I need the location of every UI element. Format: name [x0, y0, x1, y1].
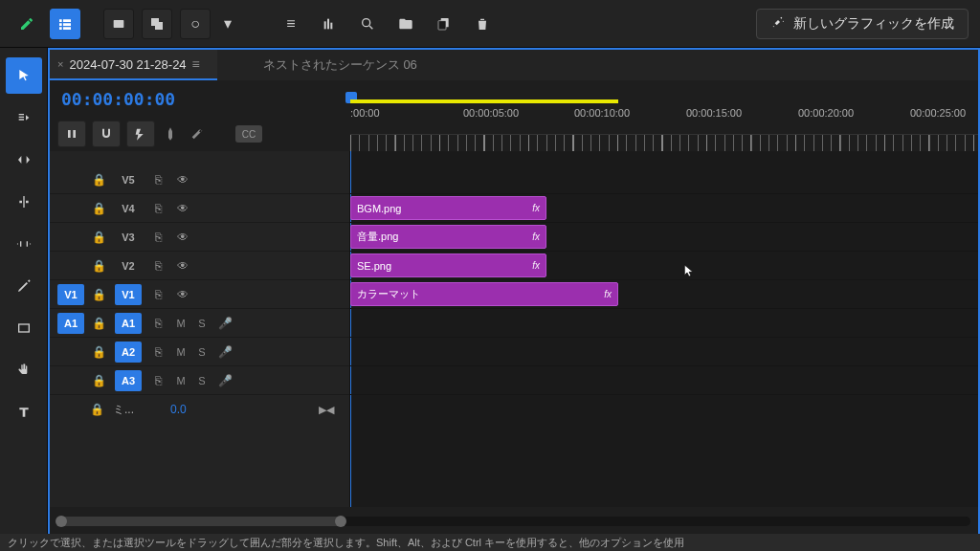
- window-icon[interactable]: [103, 9, 134, 39]
- source-patch[interactable]: A1: [57, 313, 84, 334]
- ruler-label: 00:00:10:00: [574, 107, 630, 119]
- mute-button[interactable]: M: [174, 346, 188, 358]
- audio-track-lane[interactable]: [350, 366, 978, 395]
- lock-icon[interactable]: 🔒: [92, 173, 107, 187]
- razor-tool[interactable]: [6, 184, 42, 220]
- pen-tool[interactable]: [6, 268, 42, 304]
- scroll-thumb[interactable]: [57, 517, 345, 526]
- video-track-lane[interactable]: SE.pngfx: [350, 252, 978, 280]
- lock-icon[interactable]: 🔒: [92, 374, 107, 387]
- eye-icon[interactable]: 👁: [174, 288, 191, 301]
- wrench-icon[interactable]: [186, 124, 205, 143]
- mute-button[interactable]: M: [174, 375, 188, 386]
- lock-icon[interactable]: 🔒: [92, 259, 107, 273]
- track-target[interactable]: V3: [115, 227, 142, 248]
- eye-icon[interactable]: 👁: [174, 202, 191, 215]
- sequence-tab-active[interactable]: × 2024-07-30 21-28-24 ≡: [50, 50, 217, 80]
- tracks-area[interactable]: BGM.pngfx音量.pngfxSE.pngfxカラーマットfx: [350, 151, 978, 507]
- tab-menu-icon[interactable]: ≡: [192, 56, 200, 72]
- search-icon[interactable]: [352, 9, 383, 39]
- close-icon[interactable]: ×: [57, 58, 63, 70]
- lock-icon[interactable]: 🔒: [92, 345, 107, 359]
- source-patch[interactable]: V1: [57, 284, 84, 305]
- type-tool[interactable]: [6, 394, 42, 430]
- content-area: × 2024-07-30 21-28-24 ≡ ネストされたシーケンス 06 0…: [0, 48, 980, 536]
- track-target[interactable]: V2: [115, 255, 142, 276]
- sync-lock-icon[interactable]: ⎘: [149, 317, 167, 330]
- sync-lock-icon[interactable]: ⎘: [149, 345, 167, 359]
- lock-icon[interactable]: 🔒: [92, 288, 107, 301]
- svg-rect-5: [330, 22, 332, 29]
- hand-tool[interactable]: [6, 352, 42, 388]
- lock-icon[interactable]: 🔒: [92, 202, 107, 215]
- video-track-header: 🔒V2⎘👁: [50, 252, 349, 280]
- eye-icon[interactable]: 👁: [174, 231, 191, 244]
- work-area-bar[interactable]: [350, 99, 618, 103]
- solo-button[interactable]: S: [195, 375, 209, 386]
- clip[interactable]: BGM.pngfx: [350, 196, 546, 220]
- video-track-lane[interactable]: BGM.pngfx: [350, 194, 978, 223]
- folder-icon[interactable]: [390, 9, 421, 39]
- rectangle-tool[interactable]: [6, 310, 42, 346]
- track-target[interactable]: V5: [115, 169, 142, 190]
- align-icon[interactable]: ≡: [276, 9, 306, 39]
- eye-icon[interactable]: 👁: [174, 259, 191, 273]
- track-target[interactable]: V4: [115, 198, 142, 219]
- sync-lock-icon[interactable]: ⎘: [149, 173, 167, 187]
- sequence-tab-inactive[interactable]: ネストされたシーケンス 06: [256, 50, 431, 80]
- track-target[interactable]: A1: [115, 313, 142, 334]
- sync-lock-icon[interactable]: ⎘: [149, 202, 167, 215]
- video-track-lane[interactable]: [350, 165, 978, 194]
- expand-icon[interactable]: ▶◀: [319, 404, 334, 416]
- playhead-timecode[interactable]: 00:00:00:00: [61, 89, 175, 109]
- video-track-header: V1🔒V1⎘👁: [50, 280, 349, 309]
- trash-icon[interactable]: [467, 9, 498, 39]
- clip[interactable]: カラーマットfx: [350, 282, 618, 306]
- lock-icon[interactable]: 🔒: [92, 231, 107, 244]
- horizontal-scrollbar[interactable]: [50, 507, 978, 536]
- track-target[interactable]: V1: [115, 284, 142, 305]
- insert-button[interactable]: [57, 121, 86, 147]
- bars-icon[interactable]: [314, 9, 345, 39]
- copy-icon[interactable]: [429, 9, 459, 39]
- chevron-down-icon[interactable]: ▾: [218, 9, 237, 39]
- slip-tool[interactable]: [6, 226, 42, 262]
- clip[interactable]: 音量.pngfx: [350, 225, 546, 249]
- clip[interactable]: SE.pngfx: [350, 253, 546, 277]
- mic-icon[interactable]: 🎤: [216, 374, 234, 387]
- video-track-lane[interactable]: 音量.pngfx: [350, 223, 978, 252]
- new-graphic-button[interactable]: 新しいグラフィックを作成: [756, 9, 969, 39]
- lock-icon[interactable]: 🔒: [90, 403, 105, 416]
- list-view-icon[interactable]: [50, 9, 80, 39]
- video-track-lane[interactable]: カラーマットfx: [350, 280, 978, 309]
- cc-badge[interactable]: CC: [235, 125, 262, 143]
- audio-track-lane[interactable]: [350, 309, 978, 338]
- selection-tool[interactable]: [6, 57, 42, 94]
- lock-icon[interactable]: 🔒: [92, 317, 107, 330]
- ripple-tool[interactable]: [6, 142, 42, 178]
- mute-button[interactable]: M: [174, 318, 188, 329]
- record-icon[interactable]: ○: [180, 9, 211, 39]
- time-ruler[interactable]: :00:0000:00:05:0000:00:10:0000:00:15:000…: [350, 80, 978, 151]
- track-target[interactable]: A2: [115, 342, 142, 363]
- eye-icon[interactable]: 👁: [174, 173, 191, 187]
- svg-rect-8: [438, 20, 446, 29]
- sync-lock-icon[interactable]: ⎘: [149, 288, 167, 301]
- linked-selection-button[interactable]: [126, 121, 155, 147]
- sync-lock-icon[interactable]: ⎘: [149, 231, 167, 244]
- solo-button[interactable]: S: [195, 318, 209, 329]
- audio-track-header: A1🔒A1⎘MS🎤: [50, 309, 349, 338]
- marker-icon[interactable]: [161, 124, 180, 143]
- mic-icon[interactable]: 🎤: [216, 317, 234, 330]
- video-track-header: 🔒V5⎘👁: [50, 165, 349, 194]
- pen-tool-icon[interactable]: [11, 9, 42, 39]
- stack-icon[interactable]: [142, 9, 172, 39]
- sync-lock-icon[interactable]: ⎘: [149, 374, 167, 387]
- snap-button[interactable]: [92, 121, 121, 147]
- track-select-tool[interactable]: [6, 99, 42, 136]
- audio-track-lane[interactable]: [350, 338, 978, 366]
- solo-button[interactable]: S: [195, 346, 209, 358]
- sync-lock-icon[interactable]: ⎘: [149, 259, 167, 273]
- mic-icon[interactable]: 🎤: [216, 345, 234, 359]
- track-target[interactable]: A3: [115, 370, 142, 391]
